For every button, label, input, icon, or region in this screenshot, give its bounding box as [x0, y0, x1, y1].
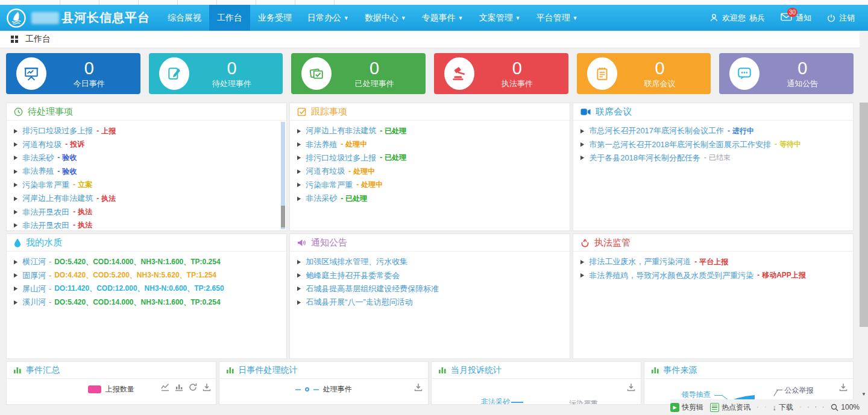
menu-item-document-mgmt[interactable]: 文案管理▼	[471, 5, 529, 31]
item-status: -投诉	[65, 139, 84, 150]
meetings-list: ▶市总河长召开2017年底河长制会议工作-进行中 ▶市第一总河长召开2018年底…	[573, 121, 853, 165]
list-item[interactable]: ▶河道有垃圾-处理中	[297, 165, 562, 178]
caret-right-icon: ▶	[297, 259, 301, 265]
stat-cards-row: 0 今日事件 0 待处理事件 0 已处理事件	[6, 53, 854, 94]
separator: -	[57, 167, 60, 176]
river-name: 横江河	[22, 256, 46, 267]
window-icon[interactable]	[816, 403, 817, 411]
hot-news-button[interactable]: 热点资讯	[710, 402, 750, 413]
list-item[interactable]: ▶河道有垃圾-投诉	[14, 138, 279, 151]
list-item[interactable]: ▶排污口垃圾过多上报-上报	[14, 124, 279, 138]
list-item[interactable]: ▶鲍峰庭主持召开县委常委会	[297, 268, 562, 282]
menu-item-platform-mgmt[interactable]: 平台管理▼	[529, 5, 586, 31]
list-item[interactable]: ▶污染非常严重-立案	[14, 179, 279, 192]
card-law-events[interactable]: 0 执法事件	[434, 53, 568, 94]
enforcement-fist-icon	[580, 238, 590, 247]
flag-icon[interactable]	[800, 403, 801, 411]
panel-pending-items: 待处理事项 ▶排污口垃圾过多上报-上报 ▶河道有垃圾-投诉 ▶非法采砂-验收 ▶…	[6, 103, 287, 231]
item-text: 加强区域排水管理、污水收集	[306, 256, 407, 267]
refresh-icon[interactable]	[189, 383, 197, 391]
play-icon: ▶	[670, 403, 679, 412]
river-name: 屏山河	[22, 284, 46, 294]
list-item[interactable]: ▶市第一总河长召开2018年底河长制全面展示工作安排-等待中	[580, 138, 846, 151]
zoom-control[interactable]: 100%	[831, 403, 860, 411]
panel-announcements: 通知公告 ▶加强区域排水管理、污水收集 ▶鲍峰庭主持召开县委常委会 ▶石城县提高…	[289, 233, 570, 359]
separator: -	[348, 167, 351, 176]
card-processed-events[interactable]: 0 已处理事件	[291, 53, 426, 94]
compat-mode-icon[interactable]	[808, 403, 809, 411]
list-item[interactable]: ▶非法养殖-验收	[14, 165, 279, 178]
menu-item-data-center[interactable]: 数据中心▼	[357, 5, 414, 31]
list-item[interactable]: ▶市总河长召开2017年底河长制会议工作-进行中	[580, 124, 846, 138]
list-item[interactable]: ▶排污口垃圾过多上报-已处理	[297, 151, 562, 165]
card-today-events[interactable]: 0 今日事件	[6, 53, 140, 94]
list-item[interactable]: ▶河岸边上有非法建筑-执法	[14, 192, 279, 205]
scroll-down-arrow-icon[interactable]: ▼	[861, 391, 866, 397]
list-item[interactable]: ▶加强区域排水管理、污水收集	[297, 255, 562, 268]
download-icon[interactable]	[627, 383, 635, 391]
user-chip[interactable]: 欢迎您 杨兵	[709, 13, 765, 24]
caret-right-icon: ▶	[297, 128, 301, 134]
legend-swatch[interactable]	[88, 385, 101, 393]
download-button[interactable]: ↓ 下载	[773, 402, 794, 413]
card-label: 今日事件	[74, 78, 105, 89]
list-item[interactable]: ▶横江河-DO:5.420、COD:14.000、NH3-N:1.600、TP:…	[14, 255, 279, 268]
list-item[interactable]: ▶非法养殖-处理中	[297, 138, 562, 151]
notice-button[interactable]: 30 通知	[781, 13, 811, 24]
separator: -	[380, 153, 382, 162]
list-item[interactable]: ▶非法养殖鸡，导致河水颜色及水质受到严重污染-移动APP上报	[580, 268, 846, 282]
card-joint-meetings[interactable]: 0 联席会议	[577, 53, 711, 94]
caret-right-icon: ▶	[14, 128, 17, 134]
item-text: 市第一总河长召开2018年底河长制全面展示工作安排	[589, 139, 771, 150]
scrollbar-thumb[interactable]	[281, 206, 285, 227]
caret-right-icon: ▶	[580, 128, 584, 134]
list-item[interactable]: ▶排法工业废水，严重污染河道-平台上报	[580, 255, 846, 268]
card-pending-events[interactable]: 0 待处理事件	[149, 53, 283, 94]
list-item[interactable]: ▶非法开垦农田-执法	[14, 219, 279, 231]
list-item[interactable]: ▶非法采砂-已处理	[297, 192, 562, 205]
download-icon[interactable]	[203, 383, 211, 391]
list-item[interactable]: ▶石城县提高基层组织建设经费保障标准	[297, 282, 562, 296]
line-chart-toggle-icon[interactable]	[161, 383, 169, 391]
list-item[interactable]: ▶非法开垦农田-执法	[14, 205, 279, 218]
menu-item-special-events[interactable]: 专题事件▼	[414, 5, 471, 31]
bar-chart-toggle-icon[interactable]	[175, 383, 183, 391]
card-label: 已处理事件	[355, 78, 394, 89]
card-value: 0	[370, 59, 379, 78]
bar-chart-icon	[438, 366, 447, 375]
menu-item-daily-office[interactable]: 日常办公▼	[300, 5, 357, 31]
legend[interactable]: 处理事件	[219, 379, 429, 394]
item-text: 石城县提高基层组织建设经费保障标准	[306, 284, 439, 294]
list-item[interactable]: ▶污染非常严重-处理中	[297, 179, 562, 192]
page-scrollbar[interactable]: ▼	[860, 31, 868, 415]
list-item[interactable]: ▶非法采砂-验收	[14, 151, 279, 165]
speaker-icon[interactable]	[823, 403, 824, 411]
list-item[interactable]: ▶关于各县2018年河长制分配任务-已结束	[580, 151, 846, 165]
item-text: 非法采砂	[22, 153, 54, 163]
menu-item-business[interactable]: 业务受理	[250, 5, 300, 31]
pin-icon[interactable]	[765, 403, 766, 411]
list-item[interactable]: ▶石城县开展“八一”走访慰问活动	[297, 296, 562, 309]
download-icon[interactable]	[414, 383, 423, 391]
list-item[interactable]: ▶溪川河-DO:5.420、COD:14.000、NH3-N:1.600、TP:…	[14, 296, 279, 309]
quick-clip-button[interactable]: ▶ 快剪辑	[670, 402, 703, 413]
card-announcements[interactable]: 0 通知公告	[719, 53, 854, 94]
separator: -	[73, 180, 75, 189]
caret-right-icon: ▶	[297, 182, 301, 188]
separator: -	[73, 208, 75, 216]
speed-mode-icon[interactable]	[757, 403, 758, 411]
separator: -	[341, 194, 343, 203]
download-icon[interactable]	[839, 383, 848, 391]
list-item[interactable]: ▶屏山河-DO:11.420、COD:12.000、NH3-N:0.600、TP…	[14, 282, 279, 296]
menu-item-overview[interactable]: 综合展视	[160, 5, 209, 31]
caret-right-icon: ▶	[297, 155, 301, 161]
scrollbar-thumb[interactable]	[860, 103, 868, 327]
grid-icon[interactable]	[11, 36, 18, 43]
list-item[interactable]: ▶固厚河-DO:4.420、COD:5.200、NH3-N:5.620、TP:1…	[14, 268, 279, 282]
logout-button[interactable]: 注销	[827, 13, 855, 24]
separator: -	[65, 140, 68, 148]
menu-item-workbench[interactable]: 工作台	[209, 5, 250, 31]
item-text: 非法开垦农田	[22, 207, 69, 218]
list-item[interactable]: ▶河岸边上有非法建筑-已处理	[297, 124, 562, 138]
panel-scrollbar[interactable]	[281, 122, 285, 229]
